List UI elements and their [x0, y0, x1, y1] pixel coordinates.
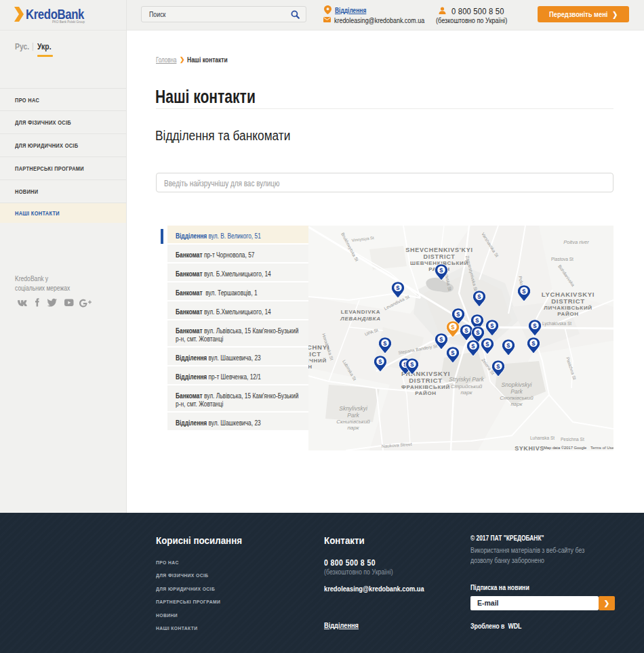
svg-text:Park: Park	[347, 412, 359, 419]
svg-text:Park: Park	[510, 388, 523, 395]
svg-text:Terms of Use: Terms of Use	[590, 446, 613, 450]
svg-text:РАЙОН: РАЙОН	[557, 311, 579, 317]
svg-text:Скнилівський: Скнилівський	[336, 419, 370, 425]
svg-text:SHEVCHENKIVS'KYI: SHEVCHENKIVS'KYI	[405, 247, 472, 253]
svg-text:парк: парк	[460, 389, 472, 396]
svg-text:РАЙОН: РАЙОН	[415, 390, 437, 396]
svg-text:DISTRICT: DISTRICT	[551, 297, 584, 305]
svg-text:Lychakivska St: Lychakivska St	[542, 321, 571, 326]
svg-text:парк: парк	[347, 425, 359, 431]
svg-text:Стрийський: Стрийський	[451, 383, 483, 389]
svg-text:Luhanska St: Luhanska St	[530, 436, 555, 440]
svg-text:Pesichna St: Pesichna St	[561, 437, 584, 442]
svg-text:DISTRICT: DISTRICT	[409, 377, 442, 384]
svg-text:ЗАЛІЗНИЧНИЙ: ЗАЛІЗНИЧНИЙ	[308, 358, 327, 364]
svg-text:парк: парк	[510, 401, 523, 407]
svg-text:РАЙОН: РАЙОН	[308, 364, 313, 370]
svg-text:Stryiskyi Park: Stryiskyi Park	[449, 376, 484, 383]
svg-text:Poltva river: Poltva river	[563, 239, 589, 245]
svg-text:DISTRICT: DISTRICT	[308, 350, 321, 358]
svg-text:Map data ©2017 Google: Map data ©2017 Google	[544, 446, 586, 450]
svg-text:ФРАНКІВСЬКИЙ: ФРАНКІВСЬКИЙ	[401, 384, 450, 390]
svg-text:ЛИЧАКІВСЬКИЙ: ЛИЧАКІВСЬКИЙ	[544, 305, 592, 311]
svg-text:LEVANDIVKA: LEVANDIVKA	[341, 309, 380, 315]
svg-text:DISTRICT: DISTRICT	[423, 253, 455, 260]
svg-text:ЛЕВАНДІВКА: ЛЕВАНДІВКА	[340, 316, 380, 322]
svg-text:Снопківський: Снопківський	[500, 395, 534, 401]
svg-text:Plastova St: Plastova St	[551, 257, 573, 261]
svg-text:Snopkivskyi: Snopkivskyi	[502, 381, 533, 388]
svg-text:SYKHIVS: SYKHIVS	[515, 445, 544, 450]
svg-text:Sknylivskyi: Sknylivskyi	[339, 405, 368, 412]
